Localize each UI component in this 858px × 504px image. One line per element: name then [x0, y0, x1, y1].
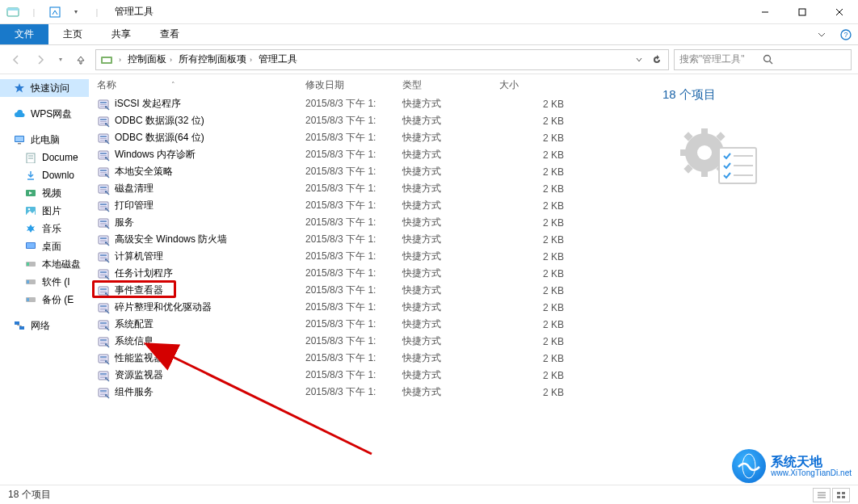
svg-rect-97 [100, 308, 107, 309]
address-bar[interactable]: › 控制面板› 所有控制面板项› 管理工具 [95, 49, 669, 70]
svg-rect-81 [100, 254, 107, 256]
file-type: 快捷方式 [394, 250, 491, 263]
properties-icon[interactable] [47, 4, 63, 20]
crumb-1[interactable]: 所有控制面板项› [177, 52, 255, 66]
svg-rect-43 [100, 123, 105, 124]
nav-thispc-item[interactable]: 桌面 [0, 237, 89, 255]
col-type[interactable]: 类型 [394, 78, 491, 92]
app-icon[interactable] [5, 4, 21, 20]
file-tab[interactable]: 文件 [0, 24, 48, 44]
svg-rect-71 [100, 220, 107, 222]
search-box[interactable]: 搜索"管理工具" [674, 49, 852, 70]
file-type: 快捷方式 [394, 165, 491, 178]
maximize-button[interactable] [784, 0, 821, 24]
ribbon-expand-icon[interactable] [810, 24, 834, 44]
crumb-0[interactable]: 控制面板› [126, 52, 175, 66]
folder-icon [24, 275, 37, 288]
table-row[interactable]: ODBC 数据源(32 位)2015/8/3 下午 1:快捷方式2 KB [89, 112, 648, 129]
nav-thispc-item[interactable]: 本地磁盘 [0, 255, 89, 273]
nav-thispc-item[interactable]: Downlo [0, 166, 89, 184]
file-size: 2 KB [491, 268, 588, 279]
tab-view[interactable]: 查看 [145, 24, 194, 44]
table-row[interactable]: 高级安全 Windows 防火墙2015/8/3 下午 1:快捷方式2 KB [89, 231, 648, 248]
svg-rect-87 [100, 274, 107, 275]
nav-wps[interactable]: WPS网盘 [0, 105, 89, 123]
table-row[interactable]: 组件服务2015/8/3 下午 1:快捷方式2 KB [89, 384, 648, 401]
table-row[interactable]: 事件查看器2015/8/3 下午 1:快捷方式2 KB [89, 282, 648, 299]
svg-rect-51 [100, 153, 107, 154]
svg-rect-83 [100, 258, 105, 259]
table-row[interactable]: 磁盘清理2015/8/3 下午 1:快捷方式2 KB [89, 180, 648, 197]
tab-home[interactable]: 主页 [48, 24, 97, 44]
refresh-icon[interactable] [649, 51, 665, 69]
table-row[interactable]: 任务计划程序2015/8/3 下午 1:快捷方式2 KB [89, 265, 648, 282]
computer-icon [13, 133, 26, 146]
nav-thispc-item[interactable]: 音乐 [0, 220, 89, 237]
nav-thispc-item[interactable]: Docume [0, 149, 89, 166]
table-row[interactable]: iSCSI 发起程序2015/8/3 下午 1:快捷方式2 KB [89, 95, 648, 112]
table-row[interactable]: 性能监视器2015/8/3 下午 1:快捷方式2 KB [89, 350, 648, 367]
view-details-icon[interactable] [813, 488, 831, 502]
svg-text:?: ? [843, 31, 847, 39]
forward-button[interactable] [31, 50, 50, 69]
file-size: 2 KB [491, 217, 588, 229]
crumb-2[interactable]: 管理工具 [257, 52, 299, 66]
file-list[interactable]: 名称˄ 修改日期 类型 大小 iSCSI 发起程序2015/8/3 下午 1:快… [89, 74, 648, 485]
close-button[interactable] [821, 0, 858, 24]
col-date[interactable]: 修改日期 [297, 78, 394, 92]
file-type: 快捷方式 [394, 182, 491, 195]
file-date: 2015/8/3 下午 1: [297, 267, 394, 280]
nav-label: 快速访问 [31, 82, 69, 95]
table-row[interactable]: 计算机管理2015/8/3 下午 1:快捷方式2 KB [89, 248, 648, 265]
svg-rect-62 [100, 189, 107, 190]
table-row[interactable]: 系统配置2015/8/3 下午 1:快捷方式2 KB [89, 316, 648, 333]
table-row[interactable]: 碎片整理和优化驱动器2015/8/3 下午 1:快捷方式2 KB [89, 299, 648, 316]
svg-rect-61 [100, 187, 107, 188]
nav-label: 视频 [42, 187, 61, 200]
nav-thispc-item[interactable]: 图片 [0, 202, 89, 220]
nav-label: 此电脑 [31, 133, 60, 147]
file-name: 性能监视器 [115, 351, 163, 365]
svg-rect-122 [100, 393, 107, 393]
shortcut-icon [97, 335, 110, 348]
shortcut-icon [97, 200, 110, 212]
svg-rect-36 [100, 102, 107, 103]
recent-dropdown[interactable]: ▾ [55, 50, 66, 69]
up-button[interactable] [71, 50, 90, 69]
folder-icon [24, 204, 37, 217]
file-name: 组件服务 [115, 385, 154, 399]
table-row[interactable]: 打印管理2015/8/3 下午 1:快捷方式2 KB [89, 197, 648, 214]
table-row[interactable]: 资源监视器2015/8/3 下午 1:快捷方式2 KB [89, 367, 648, 384]
nav-thispc-item[interactable]: 视频 [0, 184, 89, 202]
tab-share[interactable]: 共享 [97, 24, 145, 44]
table-row[interactable]: 本地安全策略2015/8/3 下午 1:快捷方式2 KB [89, 163, 648, 180]
shortcut-icon [97, 233, 110, 246]
qat-dropdown-icon[interactable]: ▾ [68, 4, 84, 20]
nav-label: WPS网盘 [31, 107, 72, 121]
svg-rect-33 [19, 326, 24, 330]
nav-thispc[interactable]: 此电脑 [0, 131, 89, 149]
col-name[interactable]: 名称˄ [89, 78, 297, 92]
table-row[interactable]: 系统信息2015/8/3 下午 1:快捷方式2 KB [89, 333, 648, 350]
nav-thispc-item[interactable]: 备份 (E [0, 291, 89, 309]
table-row[interactable]: 服务2015/8/3 下午 1:快捷方式2 KB [89, 214, 648, 231]
nav-pane[interactable]: 快速访问 WPS网盘 此电脑 DocumeDownlo视频图片音乐桌面本地磁盘软… [0, 74, 89, 485]
table-row[interactable]: Windows 内存诊断2015/8/3 下午 1:快捷方式2 KB [89, 146, 648, 163]
nav-quick-access[interactable]: 快速访问 [0, 79, 89, 97]
ribbon: 文件 主页 共享 查看 ? [0, 24, 858, 45]
crumb-sep-root[interactable]: › [116, 56, 124, 64]
minimize-button[interactable] [747, 0, 784, 24]
help-button[interactable]: ? [834, 24, 858, 44]
file-size: 2 KB [491, 251, 588, 262]
nav-label: 图片 [42, 204, 61, 218]
view-large-icon[interactable] [832, 488, 850, 502]
address-dropdown-icon[interactable] [631, 51, 647, 69]
svg-rect-108 [100, 343, 105, 344]
file-size: 2 KB [491, 200, 588, 212]
nav-thispc-item[interactable]: 软件 (I [0, 273, 89, 291]
search-icon[interactable] [763, 54, 846, 65]
col-size[interactable]: 大小 [491, 78, 588, 92]
table-row[interactable]: ODBC 数据源(64 位)2015/8/3 下午 1:快捷方式2 KB [89, 129, 648, 146]
nav-network[interactable]: 网络 [0, 317, 89, 334]
back-button[interactable] [6, 50, 26, 69]
